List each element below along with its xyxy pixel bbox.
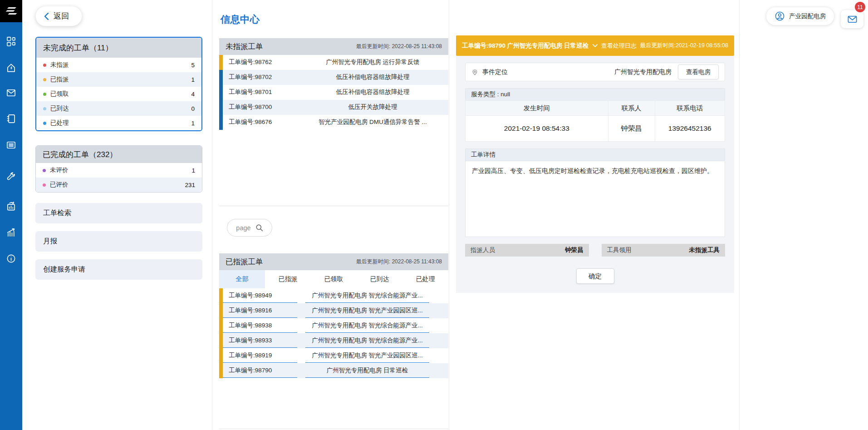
tools-label: 工具领用 bbox=[607, 246, 632, 254]
assignee-label: 指派人员 bbox=[471, 246, 495, 254]
task-list-icon[interactable] bbox=[6, 140, 16, 150]
order-number: 工单编号:98700 bbox=[223, 100, 297, 115]
work-order-row[interactable]: 工单编号:98676 智光产业园配电房 DMU通信异常告警 ... bbox=[219, 115, 448, 130]
order-number: 工单编号:98938 bbox=[223, 318, 297, 333]
event-location-label: 事件定位 bbox=[482, 68, 508, 76]
row-status-bar bbox=[219, 318, 223, 333]
report-chart-icon[interactable] bbox=[6, 201, 16, 212]
brand-logo-icon bbox=[5, 5, 18, 17]
app-logo[interactable] bbox=[0, 0, 22, 22]
current-user-button[interactable]: 产业园配电房 bbox=[766, 7, 834, 25]
unfinished-orders-card[interactable]: 未完成的工单（11） 未指派 5 已指派 1 已领取 4 已到达 bbox=[35, 37, 202, 131]
confirm-button[interactable]: 确定 bbox=[576, 268, 614, 284]
assigned-tab[interactable]: 已处理 bbox=[402, 270, 448, 288]
order-description: 广州智光专用配电房 智光产业园园区巡... bbox=[305, 303, 429, 318]
status-row[interactable]: 已指派 1 bbox=[36, 72, 201, 87]
assigned-tab[interactable]: 已领取 bbox=[311, 270, 357, 288]
status-count: 0 bbox=[191, 105, 195, 112]
sidebar bbox=[0, 0, 22, 430]
trend-chart-icon[interactable] bbox=[6, 227, 16, 237]
assigned-tab[interactable]: 已指派 bbox=[265, 270, 311, 288]
status-label: 已处理 bbox=[50, 119, 69, 127]
tools-value: 未指派工具 bbox=[689, 246, 720, 254]
order-number: 工单编号:98702 bbox=[223, 70, 297, 85]
work-order-row[interactable]: 工单编号:98919 广州智光专用配电房 智光产业园园区巡... bbox=[219, 348, 448, 363]
work-order-row[interactable]: 工单编号:98762 广州智光专用配电房 运行异常反馈 bbox=[219, 55, 448, 70]
home-energy-icon[interactable] bbox=[6, 63, 16, 73]
order-number: 工单编号:98919 bbox=[223, 348, 297, 363]
row-status-bar bbox=[219, 70, 223, 85]
work-order-row[interactable]: 工单编号:98949 广州智光专用配电房 智光综合能源产业... bbox=[219, 288, 448, 303]
menu-monthly-report[interactable]: 月报 bbox=[35, 231, 202, 252]
page-title: 信息中心 bbox=[221, 13, 260, 26]
info-icon[interactable] bbox=[6, 253, 16, 264]
work-order-row[interactable]: 工单编号:98700 低压开关故障处理 bbox=[219, 100, 448, 115]
work-order-row[interactable]: 工单编号:98938 广州智光专用配电房 智光综合能源产业... bbox=[219, 318, 448, 333]
search-icon bbox=[255, 224, 263, 232]
status-count: 1 bbox=[191, 76, 195, 83]
order-description: 低压开关故障处理 bbox=[297, 100, 448, 115]
work-order-row[interactable]: 工单编号:98702 低压补偿电容器组故障处理 bbox=[219, 70, 448, 85]
order-description: 广州智光专用配电房 日常巡检 bbox=[305, 363, 429, 378]
chevron-down-icon bbox=[592, 44, 598, 48]
status-count: 231 bbox=[185, 182, 195, 188]
status-row[interactable]: 未评价 1 bbox=[36, 163, 202, 178]
tools-bar: 工具领用 未指派工具 bbox=[602, 244, 726, 257]
mail-icon[interactable] bbox=[6, 88, 16, 98]
assigned-tab-bar: 全部 已指派 已领取 已到达 已处理 bbox=[219, 270, 448, 288]
order-description: 广州智光专用配电房 智光综合能源产业... bbox=[305, 318, 429, 333]
order-description: 智光产业园配电房 DMU通信异常告警 ... bbox=[297, 115, 448, 130]
location-pin-icon bbox=[471, 69, 478, 76]
assigned-panel-header: 已指派工单 最后更新时间: 2022-08-25 11:43:08 bbox=[219, 253, 448, 270]
assigned-tab[interactable]: 已到达 bbox=[357, 270, 402, 288]
status-row[interactable]: 未指派 5 bbox=[36, 58, 201, 72]
order-detail-body: 事件定位 广州智光专用配电房 查看电房 服务类型 : null 发生时间 联系人… bbox=[456, 56, 734, 293]
work-order-row[interactable]: 工单编号:98701 低压补偿电容器组故障处理 bbox=[219, 85, 448, 100]
center-column-divider bbox=[449, 0, 449, 430]
page-search-input[interactable]: page bbox=[227, 219, 272, 237]
column-header-time: 发生时间 bbox=[466, 101, 608, 116]
menu-order-search[interactable]: 工单检索 bbox=[35, 203, 202, 223]
work-order-row[interactable]: 工单编号:98933 广州智光专用配电房 智光综合能源产业... bbox=[219, 333, 448, 348]
current-user-label: 产业园配电房 bbox=[789, 12, 826, 20]
order-detail-text: 产业园高压、专变、低压电房定时巡检检查记录，充电桩充电站巡视检查，园区维护。 bbox=[465, 161, 725, 237]
apps-grid-icon[interactable] bbox=[6, 36, 16, 46]
status-count: 5 bbox=[191, 62, 195, 69]
view-power-room-button[interactable]: 查看电房 bbox=[678, 64, 719, 79]
work-order-row[interactable]: 工单编号:98916 广州智光专用配电房 智光产业园园区巡... bbox=[219, 303, 448, 318]
status-dot-icon bbox=[43, 64, 46, 67]
status-dot-icon bbox=[43, 122, 46, 125]
status-row[interactable]: 已到达 0 bbox=[36, 101, 201, 116]
back-button[interactable]: 返回 bbox=[35, 6, 82, 26]
row-status-bar bbox=[219, 303, 223, 318]
status-dot-icon bbox=[43, 78, 46, 81]
notebook-icon[interactable] bbox=[6, 114, 16, 124]
event-location-value: 广州智光专用配电房 bbox=[614, 68, 672, 76]
row-status-bar bbox=[219, 55, 223, 70]
assigned-tab[interactable]: 全部 bbox=[219, 270, 265, 288]
row-status-bar bbox=[219, 363, 223, 378]
status-label: 未指派 bbox=[50, 61, 69, 69]
status-dot-icon bbox=[43, 93, 46, 96]
work-order-row[interactable]: 工单编号:98790 广州智光专用配电房 日常巡检 bbox=[219, 363, 448, 378]
order-number: 工单编号:98676 bbox=[223, 115, 297, 130]
messages-button[interactable] bbox=[841, 10, 863, 28]
menu-create-service-request[interactable]: 创建服务申请 bbox=[35, 259, 202, 280]
wrench-icon[interactable] bbox=[6, 172, 16, 182]
view-process-log-link[interactable]: 查看处理日志 bbox=[592, 42, 637, 50]
column-header-contact: 联系人 bbox=[608, 101, 655, 116]
order-number: 工单编号:98701 bbox=[223, 85, 297, 100]
order-description: 低压补偿电容器组故障处理 bbox=[297, 85, 448, 100]
row-status-bar bbox=[219, 85, 223, 100]
status-row[interactable]: 已处理 1 bbox=[36, 116, 201, 130]
status-label: 已领取 bbox=[50, 90, 69, 98]
status-label: 已评价 bbox=[50, 181, 69, 189]
order-description: 广州智光专用配电房 智光产业园园区巡... bbox=[305, 348, 429, 363]
column-header-phone: 联系电话 bbox=[655, 101, 725, 116]
contact-phone-value: 13926452136 bbox=[655, 116, 725, 142]
event-location-card: 事件定位 广州智光专用配电房 查看电房 bbox=[465, 63, 725, 81]
status-row[interactable]: 已评价 231 bbox=[36, 178, 202, 192]
unfinished-orders-title: 未完成的工单（11） bbox=[36, 38, 201, 58]
status-row[interactable]: 已领取 4 bbox=[36, 87, 201, 101]
finished-orders-card[interactable]: 已完成的工单（232） 未评价 1 已评价 231 bbox=[35, 145, 202, 193]
